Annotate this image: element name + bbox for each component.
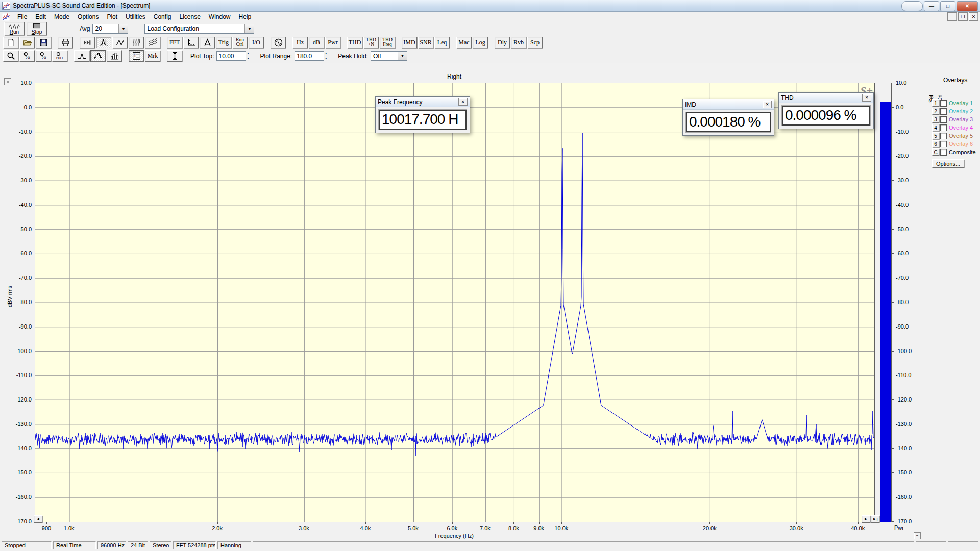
snr-button[interactable]: SNR	[418, 37, 433, 48]
scroll-left-button[interactable]: ◄	[34, 515, 42, 523]
overlay-set-button-c[interactable]: C	[932, 148, 939, 156]
plot-top-input[interactable]	[216, 51, 246, 61]
thd-button[interactable]: THD	[347, 37, 362, 48]
overlay-on-checkbox-1[interactable]	[940, 100, 947, 107]
waveform-view-button[interactable]	[112, 37, 128, 48]
overlay-on-checkbox-3[interactable]	[940, 116, 947, 123]
menu-edit[interactable]: Edit	[31, 13, 50, 21]
units-hz-button[interactable]: Hz	[292, 37, 308, 48]
legend-button[interactable]	[129, 50, 144, 62]
leq-button[interactable]: Leq	[434, 37, 450, 48]
print-button[interactable]	[58, 37, 73, 48]
plot-top-spinner[interactable]: ▲▼	[247, 51, 253, 61]
bar-plot-button[interactable]	[107, 50, 122, 62]
overlay-on-checkbox-4[interactable]	[940, 124, 947, 131]
line-plot-button[interactable]	[74, 50, 89, 62]
thd-n-button[interactable]: THD +N	[363, 37, 379, 48]
thd-titlebar[interactable]: THD ✕	[779, 93, 873, 103]
peak-frequency-window[interactable]: Peak Frequency ✕ 10017.700 H	[375, 96, 470, 133]
zoom-out-2x-button[interactable]: 2X	[36, 50, 51, 62]
load-configuration-select[interactable]: Load Configuration ▼	[144, 24, 254, 34]
menu-help[interactable]: Help	[235, 13, 256, 21]
mdi-minimize-button[interactable]: ─	[947, 12, 957, 21]
zoom-out-full-button[interactable]: FULL	[52, 50, 67, 62]
overlay-set-button-1[interactable]: 1	[932, 99, 939, 107]
zoom-button[interactable]	[3, 50, 18, 62]
marker-label: Mrk	[148, 52, 158, 60]
thd-freq-button[interactable]: THD Freq	[380, 37, 395, 48]
scope-button[interactable]: Scp	[527, 37, 543, 48]
overlay-on-checkbox-2[interactable]	[940, 108, 947, 115]
mdi-close-button[interactable]: ✕	[969, 12, 978, 21]
run-button[interactable]: Run	[4, 22, 24, 35]
marker-button[interactable]: Mrk	[145, 50, 160, 62]
imd-titlebar[interactable]: IMD ✕	[683, 99, 774, 110]
overlay-on-checkbox-5[interactable]	[940, 133, 947, 139]
surface-view-button[interactable]	[145, 37, 160, 48]
maximize-button[interactable]: □	[940, 1, 955, 11]
menu-plot[interactable]: Plot	[103, 13, 121, 21]
spectrogram-view-button[interactable]	[129, 37, 144, 48]
overlay-set-button-4[interactable]: 4	[932, 124, 939, 131]
overlay-on-checkbox-c[interactable]	[940, 149, 947, 156]
overlay-row: 2Overlay 2	[932, 107, 973, 115]
overlay-set-button-2[interactable]: 2	[932, 108, 939, 115]
overlays-options-button[interactable]: Options...	[932, 159, 964, 168]
io-device-button[interactable]: I/O	[249, 37, 264, 48]
overlay-set-button-5[interactable]: 5	[932, 132, 939, 139]
scaling-button[interactable]	[183, 37, 199, 48]
fft-settings-button[interactable]: FFT	[167, 37, 182, 48]
run-control-button[interactable]: Run Ctrl	[232, 37, 248, 48]
trigger-button[interactable]: Trig	[216, 37, 231, 48]
close-icon[interactable]: ✕	[763, 101, 772, 108]
thd-window[interactable]: THD ✕ 0.000096 %	[778, 92, 874, 129]
scroll-end-button[interactable]: ►|	[871, 515, 879, 523]
overlay-set-button-3[interactable]: 3	[932, 116, 939, 123]
menu-options[interactable]: Options	[74, 13, 103, 21]
spectrum-plot[interactable]	[35, 83, 875, 522]
plot-range-input[interactable]	[295, 51, 324, 61]
logging-button[interactable]: Log	[473, 37, 488, 48]
macro-label: Mac	[458, 39, 469, 46]
close-icon[interactable]: ✕	[862, 94, 871, 102]
peak-hold-select[interactable]: Off ▼	[371, 51, 407, 61]
menu-license[interactable]: License	[175, 13, 204, 21]
spectrum-view-button[interactable]	[96, 37, 111, 48]
close-icon[interactable]: ✕	[458, 98, 468, 106]
save-file-button[interactable]	[36, 37, 51, 48]
mdi-restore-button[interactable]: ❐	[958, 12, 968, 21]
overlay-on-checkbox-6[interactable]	[940, 141, 947, 147]
power-bar-minimize-box[interactable]: −	[914, 532, 921, 539]
peak-frequency-titlebar[interactable]: Peak Frequency ✕	[376, 97, 470, 107]
avg-select[interactable]: 20 ▼	[92, 24, 128, 34]
overlay-set-button-6[interactable]: 6	[932, 140, 939, 147]
macro-button[interactable]: Mac	[456, 37, 472, 48]
reverb-button[interactable]: Rvb	[511, 37, 526, 48]
plot-range-spinner[interactable]: ▲▼	[325, 51, 331, 61]
fast-forward-button[interactable]	[80, 37, 95, 48]
delay-button[interactable]: Dly	[495, 37, 510, 48]
zoom-in-2x-button[interactable]: 2X	[19, 50, 35, 62]
step-plot-button[interactable]	[90, 50, 106, 62]
plot-range-label: Plot Range:	[260, 53, 292, 60]
imd-window[interactable]: IMD ✕ 0.000180 %	[682, 99, 774, 136]
new-file-button[interactable]	[3, 37, 18, 48]
y-scale-button[interactable]	[167, 50, 182, 62]
menu-config[interactable]: Config	[150, 13, 176, 21]
menu-file[interactable]: File	[13, 13, 31, 21]
scroll-right-button[interactable]: ►	[862, 515, 870, 523]
menu-utilities[interactable]: Utilities	[121, 13, 150, 21]
minimize-button[interactable]: —	[924, 1, 939, 11]
close-button[interactable]: ✕	[957, 1, 978, 11]
imd-button[interactable]: IMD	[402, 37, 417, 48]
titlebar-extra-button[interactable]	[901, 1, 923, 11]
menu-window[interactable]: Window	[205, 13, 235, 21]
run-control-label: Run Ctrl	[236, 38, 244, 47]
units-pwr-button[interactable]: Pwr	[325, 37, 340, 48]
units-db-button[interactable]: dB	[309, 37, 324, 48]
stop-button[interactable]: Stop	[27, 22, 47, 35]
menu-mode[interactable]: Mode	[50, 13, 74, 21]
calibration-button[interactable]	[200, 37, 215, 48]
signal-generator-button[interactable]	[271, 37, 286, 48]
open-file-button[interactable]	[19, 37, 35, 48]
